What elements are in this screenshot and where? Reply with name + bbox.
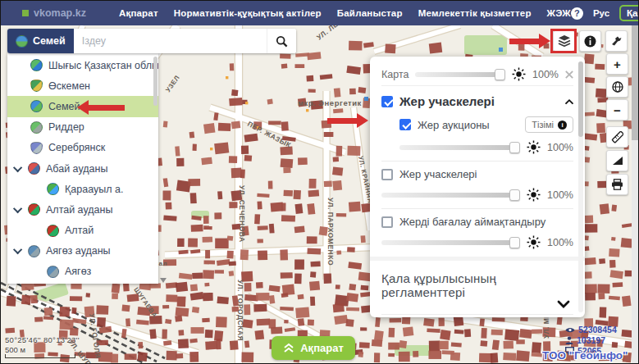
checkbox-checked[interactable] — [381, 96, 393, 107]
opacity-slider[interactable] — [381, 240, 520, 245]
checkbox-unchecked[interactable] — [381, 169, 393, 180]
brightness-icon — [527, 235, 541, 249]
brightness-icon — [527, 188, 541, 202]
region-label: Алтай ауданы — [46, 204, 112, 216]
opacity-slider[interactable] — [381, 193, 520, 198]
topbar: vkomap.kz Ақпарат Нормативтік-құқықтық а… — [1, 1, 638, 25]
lang-kz[interactable]: Қаз — [619, 5, 639, 21]
ruler-icon — [611, 131, 623, 143]
group-land-parcels[interactable]: Жер учаскелері — [381, 94, 573, 108]
attribution-link[interactable]: ТОО "Геоинфо" — [542, 349, 628, 362]
measure-button[interactable] — [606, 126, 628, 148]
chevron-down-icon[interactable] — [13, 162, 22, 171]
layers-panel: Карта 100% Жер учаскелері Жер аукционы Т… — [370, 57, 585, 317]
region-emblem-icon — [28, 162, 40, 175]
list-scrollbar[interactable] — [153, 57, 157, 106]
region-item-6[interactable]: Қараауыл а. — [7, 179, 158, 199]
layers-button[interactable] — [553, 30, 575, 52]
panel-scrollbar-thumb[interactable] — [578, 61, 583, 137]
region-label: Аягөз — [65, 266, 91, 277]
eye-icon — [565, 326, 575, 334]
region-item-8[interactable]: Алтай — [7, 221, 158, 241]
tools-button[interactable] — [605, 30, 628, 52]
region-emblem-icon — [47, 266, 59, 278]
region-emblem-icon — [47, 183, 59, 195]
region-item-1[interactable]: Өскемен — [7, 75, 158, 96]
chevron-down-icon[interactable] — [13, 204, 22, 213]
layer-label: Жерді бағалау аймақтандыру — [399, 216, 573, 228]
zoom-out-button[interactable]: − — [606, 99, 628, 121]
search-icon — [276, 35, 288, 48]
main-nav: Ақпарат Нормативтік-құқықтық актілер Бай… — [119, 8, 571, 18]
window-scrollbar[interactable] — [632, 25, 638, 364]
opacity-slider[interactable] — [399, 145, 520, 150]
visitors-count: 103197 — [577, 335, 605, 345]
region-item-2[interactable]: Семей — [7, 96, 158, 116]
opacity-value: 100% — [547, 142, 573, 153]
layer-auction-opacity: 100% — [399, 140, 573, 154]
chevron-down-icon[interactable] — [13, 245, 22, 254]
nav-normative-acts[interactable]: Нормативтік-құқықтық актілер — [174, 8, 322, 18]
chevron-up-icon[interactable] — [565, 98, 573, 106]
region-label: Аягөз ауданы — [46, 245, 111, 257]
region-emblem-icon — [47, 225, 59, 237]
section-city-regulations[interactable]: Қала құрылысының регламенттері — [381, 268, 573, 310]
footer-info-label: Ақпарат — [300, 342, 344, 354]
print-icon — [611, 179, 623, 190]
lang-ru[interactable]: Рус — [593, 8, 609, 18]
region-item-5[interactable]: Абай ауданы — [7, 158, 158, 179]
zoom-in-button[interactable]: + — [606, 53, 628, 75]
globe-button[interactable] — [606, 76, 628, 98]
region-label: Өскемен — [48, 80, 90, 92]
list-button-label: Тізімі — [532, 120, 554, 130]
logo-text: vkomap.kz — [34, 7, 86, 19]
street-label: УЛ. ПАРХОМЕНКО — [326, 198, 335, 266]
nav-zhezh[interactable]: ЖЭЖ — [547, 8, 571, 18]
opacity-value: 100% — [547, 189, 573, 201]
nav-akparat[interactable]: Ақпарат — [119, 8, 158, 18]
checkbox-unchecked[interactable] — [381, 216, 393, 228]
area-measure-button[interactable] — [606, 150, 628, 171]
layer-parcels-row[interactable]: Жер учаскелері — [381, 168, 573, 180]
checkbox-checked[interactable] — [399, 119, 411, 130]
city-name: Семей — [33, 35, 66, 47]
region-emblem-icon — [28, 203, 40, 216]
list-scroll-down-icon[interactable] — [160, 278, 167, 283]
footer-info-button[interactable]: Ақпарат — [272, 336, 355, 360]
info-button[interactable] — [579, 30, 601, 52]
layer-valuation-row[interactable]: Жерді бағалау аймақтандыру — [381, 216, 573, 228]
nav-contacts[interactable]: Байланыстар — [337, 8, 403, 18]
basemap-opacity-slider[interactable] — [415, 72, 505, 77]
cursor-coordinates: 50°25'46'' 80°13'23'' — [5, 335, 80, 344]
window-scrollbar-thumb[interactable] — [632, 25, 638, 140]
region-item-0[interactable]: Шығыс Қазақстан облысы — [7, 55, 158, 75]
logo[interactable]: vkomap.kz — [22, 7, 86, 19]
views-count: 52308454 — [578, 325, 617, 334]
plus-icon: + — [614, 58, 621, 71]
info-icon — [584, 35, 596, 48]
close-icon[interactable] — [565, 71, 573, 79]
region-item-9[interactable]: Аягөз ауданы — [7, 241, 158, 262]
region-item-10[interactable]: Аягөз — [7, 262, 158, 282]
region-emblem-icon — [30, 121, 43, 134]
region-item-3[interactable]: Риддер — [7, 117, 158, 138]
search-input[interactable] — [74, 29, 267, 53]
print-button[interactable] — [606, 174, 628, 195]
help-icon[interactable]: ? — [571, 7, 583, 20]
city-selector[interactable]: Семей — [7, 29, 74, 53]
info-dot-icon — [558, 121, 567, 130]
region-item-7[interactable]: Алтай ауданы — [7, 199, 158, 220]
panel-header: Карта 100% — [381, 63, 573, 86]
nav-gov-services[interactable]: Мемлекеттік қызметтер — [418, 8, 532, 18]
region-item-4[interactable]: Серебрянск — [7, 138, 158, 158]
region-label: Абай ауданы — [46, 163, 107, 175]
city-emblem-icon — [16, 35, 28, 48]
scale-label: 500 м — [5, 345, 75, 354]
region-label: Шығыс Қазақстан облысы — [48, 60, 158, 71]
layer-auction-row[interactable]: Жер аукционы Тізімі — [399, 116, 573, 133]
scale-box: 500 м — [5, 345, 75, 358]
list-button[interactable]: Тізімі — [525, 116, 573, 133]
brightness-icon — [527, 140, 541, 154]
search-button[interactable] — [267, 29, 296, 53]
panel-scrollbar[interactable] — [578, 61, 583, 312]
